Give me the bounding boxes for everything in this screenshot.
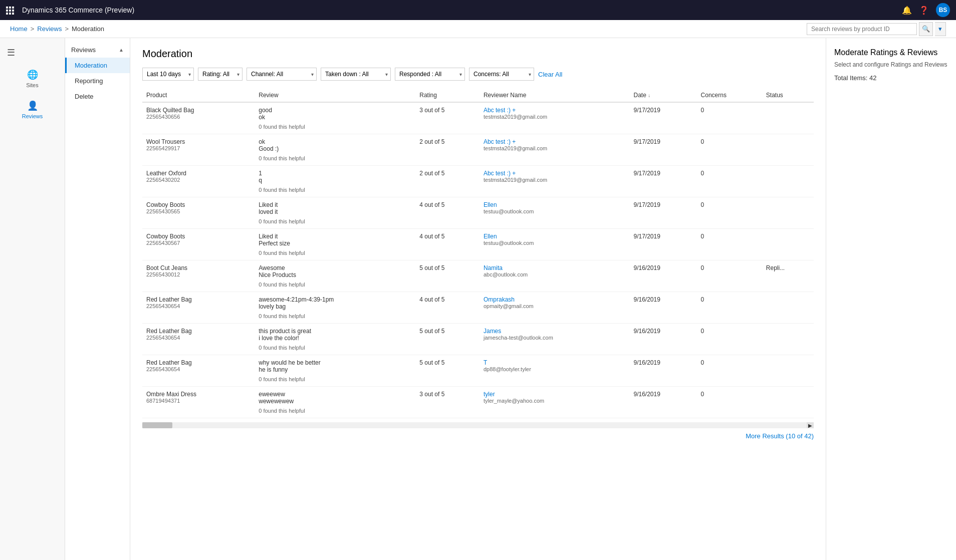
date-filter[interactable]: Last 10 days Last 30 days Last 90 days <box>142 68 194 81</box>
helpful-spacer <box>142 281 255 292</box>
concerns-filter[interactable]: Concerns: All <box>469 68 534 81</box>
cell-reviewer: Abc test :) + testmsta2019@gmail.com <box>480 102 630 123</box>
avatar[interactable]: BS <box>936 3 950 17</box>
app-grid-icon[interactable] <box>6 7 13 14</box>
table-row[interactable]: Cowboy Boots 22565430565 Liked it loved … <box>142 197 814 218</box>
product-id: 22565429917 <box>146 145 251 151</box>
date-filter-wrapper: Last 10 days Last 30 days Last 90 days <box>142 68 194 81</box>
helpful-text: 0 found this helpful <box>255 344 814 355</box>
product-id: 22565430654 <box>146 303 251 309</box>
chevron-up-icon: ▲ <box>119 47 124 53</box>
review-title: Awesome <box>259 264 411 271</box>
cell-review: 1 q <box>255 166 415 186</box>
filters-row: Last 10 days Last 30 days Last 90 days R… <box>142 68 814 81</box>
cell-product: Ombre Maxi Dress 68719494371 <box>142 387 255 407</box>
cell-concerns: 0 <box>697 292 762 313</box>
reviewer-name[interactable]: tyler <box>484 391 626 398</box>
table-row[interactable]: Black Quilted Bag 22565430656 good ok 3 … <box>142 102 814 123</box>
table-row[interactable]: Cowboy Boots 22565430567 Liked it Perfec… <box>142 229 814 249</box>
sidebar-item-reviews-label: Reviews <box>22 113 43 119</box>
cell-date: 9/16/2019 <box>629 292 696 313</box>
breadcrumb-reviews[interactable]: Reviews <box>37 25 62 33</box>
cell-reviewer: Ellen testuu@outlook.com <box>480 229 630 249</box>
table-row[interactable]: Red Leather Bag 22565430654 awesome-4:21… <box>142 292 814 313</box>
cell-product: Cowboy Boots 22565430565 <box>142 197 255 218</box>
review-body: lovely bag <box>259 303 411 310</box>
reviewer-name[interactable]: James <box>484 328 626 335</box>
reviewer-name[interactable]: Abc test :) + <box>484 107 626 114</box>
left-panel-section-reviews[interactable]: Reviews ▲ <box>65 42 130 58</box>
channel-filter[interactable]: Channel: All <box>247 68 317 81</box>
taken-down-filter[interactable]: Taken down : All Taken down : Yes Taken … <box>321 68 391 81</box>
cell-date: 9/17/2019 <box>629 134 696 155</box>
cell-date: 9/17/2019 <box>629 197 696 218</box>
cell-rating: 5 out of 5 <box>415 260 480 281</box>
review-title: Liked it <box>259 233 411 240</box>
cell-product: Leather Oxford 22565430202 <box>142 166 255 186</box>
left-panel-item-reporting[interactable]: Reporting <box>65 73 130 89</box>
search-dropdown-button[interactable]: ▾ <box>935 22 946 36</box>
breadcrumb-home[interactable]: Home <box>10 25 28 33</box>
sidebar-menu-icon[interactable]: ☰ <box>0 42 65 63</box>
product-id: 22565430654 <box>146 366 251 372</box>
helpful-spacer <box>142 154 255 166</box>
help-icon[interactable]: ❓ <box>919 6 929 15</box>
review-body: Good :) <box>259 145 411 152</box>
search-input[interactable] <box>807 23 917 35</box>
responded-filter-wrapper: Responded : All Responded : Yes Responde… <box>395 68 465 81</box>
product-name: Leather Oxford <box>146 170 251 177</box>
reviewer-name[interactable]: Abc test :) + <box>484 138 626 145</box>
table-row[interactable]: Boot Cut Jeans 22565430012 Awesome Nice … <box>142 260 814 281</box>
helpful-row: 0 found this helpful <box>142 281 814 292</box>
reviewer-name[interactable]: T <box>484 359 626 366</box>
product-id: 22565430012 <box>146 271 251 277</box>
cell-rating: 2 out of 5 <box>415 134 480 155</box>
helpful-text: 0 found this helpful <box>255 281 814 292</box>
helpful-text: 0 found this helpful <box>255 249 814 260</box>
col-date[interactable]: Date ↓ <box>629 89 696 102</box>
cell-product: Red Leather Bag 22565430654 <box>142 292 255 313</box>
helpful-row: 0 found this helpful <box>142 407 814 418</box>
cell-status: Repli... <box>762 260 814 281</box>
notification-icon[interactable]: 🔔 <box>902 6 912 15</box>
table-row[interactable]: Wool Trousers 22565429917 ok Good :) 2 o… <box>142 134 814 155</box>
more-results-button[interactable]: More Results (10 of 42) <box>746 432 814 440</box>
table-row[interactable]: Leather Oxford 22565430202 1 q 2 out of … <box>142 166 814 186</box>
helpful-row: 0 found this helpful <box>142 344 814 355</box>
left-panel-item-delete[interactable]: Delete <box>65 89 130 104</box>
review-title: 1 <box>259 170 411 177</box>
cell-concerns: 0 <box>697 260 762 281</box>
table-row[interactable]: Ombre Maxi Dress 68719494371 eweewew wew… <box>142 387 814 407</box>
clear-all-button[interactable]: Clear All <box>538 71 562 78</box>
table-row[interactable]: Red Leather Bag 22565430654 why would he… <box>142 355 814 376</box>
responded-filter[interactable]: Responded : All Responded : Yes Responde… <box>395 68 465 81</box>
reviewer-email: testmsta2019@gmail.com <box>484 114 626 120</box>
reviewer-email: abc@outlook.com <box>484 271 626 277</box>
reviewer-name[interactable]: Ellen <box>484 233 626 240</box>
search-button[interactable]: 🔍 <box>919 22 933 36</box>
reviewer-name[interactable]: Namita <box>484 264 626 271</box>
sidebar-item-sites[interactable]: 🌐 Sites <box>0 63 65 94</box>
rating-filter[interactable]: Rating: All Rating: 1 Rating: 2 Rating: … <box>198 68 243 81</box>
reviewer-name[interactable]: Ellen <box>484 201 626 208</box>
cell-rating: 3 out of 5 <box>415 102 480 123</box>
left-panel-item-moderation[interactable]: Moderation <box>65 58 130 73</box>
scroll-right-arrow[interactable]: ▶ <box>807 422 814 428</box>
cell-review: good ok <box>255 102 415 123</box>
horizontal-scrollbar[interactable]: ◀ ▶ <box>142 422 814 428</box>
reviewer-name[interactable]: Abc test :) + <box>484 170 626 177</box>
helpful-spacer <box>142 123 255 134</box>
cell-status <box>762 102 814 123</box>
helpful-row: 0 found this helpful <box>142 249 814 260</box>
cell-reviewer: Omprakash opmaity@gmail.com <box>480 292 630 313</box>
cell-review: this product is great i love the color! <box>255 324 415 344</box>
table-row[interactable]: Red Leather Bag 22565430654 this product… <box>142 324 814 344</box>
cell-product: Wool Trousers 22565429917 <box>142 134 255 155</box>
scroll-thumb[interactable] <box>142 422 172 428</box>
cell-review: Awesome Nice Products <box>255 260 415 281</box>
reviewer-name[interactable]: Omprakash <box>484 296 626 303</box>
col-concerns: Concerns <box>697 89 762 102</box>
cell-reviewer: Abc test :) + testmsta2019@gmail.com <box>480 134 630 155</box>
sidebar-item-reviews[interactable]: 👤 Reviews <box>0 94 65 125</box>
breadcrumb-bar: Home > Reviews > Moderation 🔍 ▾ <box>0 20 956 38</box>
